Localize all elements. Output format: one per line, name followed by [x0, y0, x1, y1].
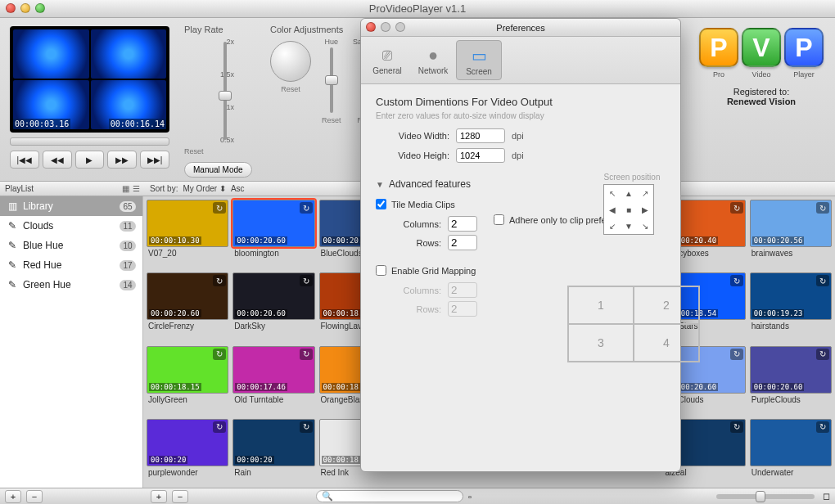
thumbnail[interactable]: ↻ 00:00:20.60 bloomington — [232, 200, 314, 268]
loop-icon[interactable]: ↻ — [730, 349, 743, 360]
loop-icon[interactable]: ↻ — [300, 202, 313, 214]
tab-general[interactable]: ⎚General — [364, 40, 410, 80]
window-traffic-lights[interactable] — [6, 3, 45, 13]
thumb-timecode: 00:00:18.15 — [149, 383, 201, 391]
loop-icon[interactable]: ↻ — [213, 421, 226, 433]
thumbnail[interactable]: ↻ 00:00:20.56 brainwaves — [750, 200, 832, 268]
thumb-label: PurpleClouds — [750, 394, 832, 407]
app-logo: P V P — [699, 28, 824, 67]
section-hint: Enter zero values for auto-size window d… — [376, 111, 666, 120]
loop-icon[interactable]: ↻ — [816, 275, 829, 286]
loop-icon[interactable]: ↻ — [213, 202, 226, 214]
sidebar-item[interactable]: ✎Clouds11 — [0, 216, 142, 236]
bottom-bar: + − + − 🔍 ▫ ◻ — [0, 488, 835, 504]
play-rate-panel: Play Rate 2x 1.5x 1x 0.5x Reset Manual M… — [176, 18, 262, 181]
preferences-window: Preferences ⎚General ●Network ▭Screen Cu… — [360, 18, 681, 472]
zoom-slider[interactable] — [716, 494, 815, 499]
window-title: ProVideoPlayer v1.1 — [369, 2, 466, 15]
video-width-input[interactable] — [456, 128, 505, 143]
loop-icon[interactable]: ↻ — [730, 275, 743, 286]
transport-controls: |◀◀ ◀◀ ▶ ▶▶ ▶▶| — [10, 151, 169, 169]
play-rate-reset[interactable]: Reset — [184, 147, 254, 155]
grid-mapping-checkbox[interactable]: Enable Grid Mapping — [376, 265, 666, 276]
ffwd-button[interactable]: ▶▶ — [107, 151, 137, 169]
sidebar-item-count: 17 — [120, 260, 136, 271]
tab-network[interactable]: ●Network — [410, 40, 456, 80]
sidebar-item[interactable]: ▥Library65 — [0, 196, 142, 216]
loop-icon[interactable]: ↻ — [730, 421, 743, 433]
thumb-label: JollyGreen — [147, 394, 228, 407]
loop-icon[interactable]: ↻ — [213, 349, 226, 360]
search-input[interactable]: 🔍 — [316, 490, 463, 502]
sidebar-item[interactable]: ✎Red Hue17 — [0, 255, 142, 275]
play-button[interactable]: ▶ — [75, 151, 105, 169]
thumb-label: purplewonder — [147, 466, 228, 480]
thumbnail[interactable]: ↻ 00:00:18.15 JollyGreen — [147, 346, 228, 415]
remove-clip-button[interactable]: − — [172, 490, 188, 503]
prefs-body: Custom Dimentions For Video Output Enter… — [361, 84, 680, 471]
tab-screen[interactable]: ▭Screen — [456, 40, 502, 80]
play-rate-slider[interactable] — [217, 42, 233, 140]
loop-icon[interactable]: ↻ — [300, 349, 313, 360]
thumbnail[interactable]: ↻ 00:00:20 Rain — [232, 419, 314, 488]
tile-columns-input[interactable] — [448, 216, 477, 232]
timecode-right: 00:00:16.14 — [109, 119, 166, 129]
sort-direction[interactable]: Asc — [231, 184, 245, 193]
screen-position-control[interactable]: Screen position ↖▲↗ ◀■▶ ↙▼↘ — [603, 173, 661, 235]
loop-icon[interactable]: ↻ — [730, 202, 743, 214]
tile-rows-input[interactable] — [448, 235, 477, 250]
thumbnail[interactable]: ↻ 00:00:20.60 DarkSky — [232, 272, 314, 341]
loop-icon[interactable]: ↻ — [816, 349, 829, 360]
sidebar-item[interactable]: ✎Blue Hue10 — [0, 236, 142, 255]
thumbnail[interactable]: ↻ 00:00:10.30 V07_20 — [147, 200, 228, 268]
playlist-icon: ✎ — [7, 279, 18, 290]
loop-icon[interactable]: ↻ — [300, 275, 313, 286]
add-clip-button[interactable]: + — [151, 490, 167, 503]
playlist-icon: ✎ — [7, 240, 18, 251]
prefs-title: Preferences — [496, 23, 544, 33]
thumb-timecode: 00:00:20.60 — [235, 309, 287, 317]
manual-mode-button[interactable]: Manual Mode — [184, 162, 252, 178]
rewind-button[interactable]: ◀◀ — [43, 151, 72, 169]
add-playlist-button[interactable]: + — [5, 490, 21, 503]
thumbnail[interactable]: ↻ 00:00:19.23 hairstands — [750, 272, 832, 341]
playlist-icon: ✎ — [7, 220, 18, 232]
loop-icon[interactable]: ↻ — [300, 421, 313, 433]
skip-end-button[interactable]: ▶▶| — [140, 151, 169, 169]
progress-bar[interactable] — [10, 137, 169, 146]
hue-slider[interactable] — [325, 47, 338, 113]
thumbnail[interactable]: ↻ 00:00:20.60 CircleFrenzy — [147, 272, 228, 341]
preview-monitor[interactable]: 00:00:03.16 00:00:16.14 — [10, 26, 169, 133]
sidebar-item[interactable]: ✎Green Hue14 — [0, 275, 142, 295]
view-grid-icon[interactable]: ▦ — [122, 184, 129, 193]
video-height-label: Video Heigh: — [376, 151, 449, 160]
close-icon[interactable] — [6, 3, 16, 13]
view-list-icon[interactable]: ☰ — [133, 184, 140, 193]
loop-icon[interactable]: ↻ — [816, 202, 829, 214]
thumbnail[interactable]: ↻ 00:00:17.46 Old Turntable — [232, 346, 314, 415]
video-height-input[interactable] — [456, 148, 505, 163]
sort-dropdown[interactable]: My Order ⬍ — [183, 184, 225, 193]
window-titlebar: ProVideoPlayer v1.1 — [0, 0, 835, 18]
zoom-icon — [395, 22, 405, 32]
thumbnail[interactable]: ↻ 00:00:20.60 PurpleClouds — [750, 346, 832, 415]
branding-panel: P V P ProVideoPlayer Registered to: Rene… — [688, 18, 835, 181]
skip-start-button[interactable]: |◀◀ — [10, 151, 39, 169]
zoom-icon[interactable] — [35, 3, 45, 13]
registered-to: Renewed Vision — [699, 97, 824, 106]
playlist-header-label: PlayList — [5, 184, 34, 193]
play-rate-title: Play Rate — [184, 25, 254, 34]
timecode-left: 00:00:03.16 — [13, 119, 70, 129]
loop-icon[interactable]: ↻ — [213, 275, 226, 286]
loop-icon[interactable]: ↻ — [816, 421, 829, 433]
prefs-traffic-lights[interactable] — [366, 22, 405, 32]
minimize-icon[interactable] — [20, 3, 30, 13]
thumbnail[interactable]: ↻ Underwater — [750, 419, 832, 488]
video-width-label: Video Width: — [376, 131, 449, 141]
remove-playlist-button[interactable]: − — [26, 490, 43, 503]
close-icon[interactable] — [366, 22, 376, 32]
hue-dial[interactable] — [270, 41, 311, 82]
thumbnail[interactable]: ↻ 00:00:20 purplewonder — [147, 419, 228, 488]
thumb-label: CircleFrenzy — [147, 320, 228, 334]
thumb-label: Old Turntable — [232, 394, 314, 407]
